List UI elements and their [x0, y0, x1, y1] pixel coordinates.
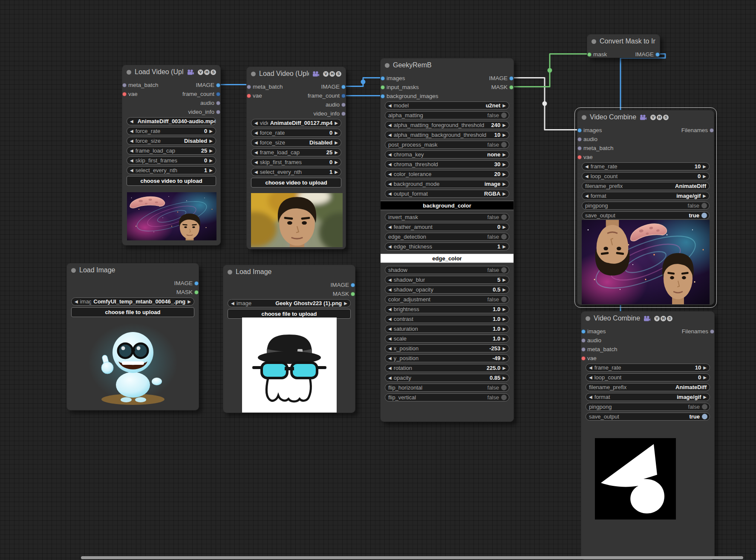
node-convert-mask-to-image[interactable]: Convert Mask to ImagemaskIMAGE	[587, 34, 660, 58]
input-slot-images[interactable]	[581, 329, 586, 334]
toggle-knob-icon[interactable]	[701, 203, 707, 208]
widget-frame_load_cap[interactable]: ◀frame_load_cap25▶	[127, 147, 216, 155]
decrement-arrow-icon[interactable]: ◀	[589, 366, 592, 370]
increment-arrow-icon[interactable]: ▶	[209, 139, 213, 143]
decrement-arrow-icon[interactable]: ◀	[589, 375, 592, 380]
toggle-knob-icon[interactable]	[501, 142, 507, 147]
node-geeky-remb[interactable]: GeekyRemBimagesIMAGEinput_masksMASKbackg…	[380, 58, 514, 422]
decrement-arrow-icon[interactable]: ◀	[254, 121, 258, 125]
toggle-knob-icon[interactable]	[702, 404, 707, 410]
increment-arrow-icon[interactable]: ▶	[703, 366, 707, 370]
collapse-dot-icon[interactable]	[251, 72, 256, 76]
widget-alpha_matting_background_threshold[interactable]: ◀alpha_matting_background_threshold10▶	[385, 131, 509, 139]
widget-pingpong[interactable]: pingpongfalse	[582, 202, 710, 210]
decrement-arrow-icon[interactable]: ◀	[589, 395, 592, 399]
decrement-arrow-icon[interactable]: ◀	[254, 131, 258, 135]
decrement-arrow-icon[interactable]: ◀	[254, 150, 258, 155]
input-slot-meta_batch[interactable]	[247, 85, 251, 89]
node-header-load-video-2[interactable]: Load Video (Upload)VHS	[247, 67, 346, 81]
output-slot-Filenames[interactable]	[710, 329, 714, 334]
widget-alpha_matting_foreground_threshold[interactable]: ◀alpha_matting_foreground_threshold240▶	[385, 121, 509, 129]
increment-arrow-icon[interactable]: ▶	[502, 162, 506, 167]
node-video-combine-1[interactable]: Video CombineVHSimagesFilenamesaudiometa…	[577, 110, 714, 305]
colorbar-widget-background_color[interactable]: background_color	[381, 201, 514, 210]
increment-arrow-icon[interactable]: ▶	[344, 301, 347, 306]
increment-arrow-icon[interactable]: ▶	[502, 366, 506, 370]
increment-arrow-icon[interactable]: ▶	[502, 376, 506, 380]
decrement-arrow-icon[interactable]: ◀	[388, 346, 392, 351]
increment-arrow-icon[interactable]: ▶	[502, 172, 506, 176]
node-load-video-1[interactable]: Load Video (Upload)VHSmeta_batchIMAGEvae…	[122, 65, 221, 245]
widget-save_output[interactable]: save_outputtrue	[586, 413, 710, 421]
input-slot-images[interactable]	[577, 128, 582, 133]
widget-skip_first_frames[interactable]: ◀skip_first_frames0▶	[251, 158, 341, 166]
widget-filename_prefix[interactable]: filename_prefixAnimateDiff	[582, 182, 710, 190]
increment-arrow-icon[interactable]: ▶	[335, 150, 338, 155]
increment-arrow-icon[interactable]: ▶	[209, 149, 213, 153]
widget-rotation[interactable]: ◀rotation225.0▶	[385, 364, 509, 372]
widget-edge_thickness[interactable]: ◀edge_thickness1▶	[385, 242, 509, 251]
increment-arrow-icon[interactable]: ▶	[502, 192, 506, 196]
widget-force_size[interactable]: ◀force_sizeDisabled▶	[251, 139, 341, 147]
decrement-arrow-icon[interactable]: ◀	[254, 170, 258, 174]
increment-arrow-icon[interactable]: ▶	[502, 153, 506, 157]
decrement-arrow-icon[interactable]: ◀	[585, 194, 589, 198]
widget-format[interactable]: ◀formatimage/gif▶	[586, 393, 710, 401]
increment-arrow-icon[interactable]: ▶	[335, 131, 338, 135]
widget-skip_first_frames[interactable]: ◀skip_first_frames0▶	[127, 156, 216, 165]
collapse-dot-icon[interactable]	[385, 63, 390, 68]
decrement-arrow-icon[interactable]: ◀	[388, 376, 392, 380]
input-slot-meta_batch[interactable]	[122, 83, 127, 87]
widget-force_size[interactable]: ◀force_sizeDisabled▶	[127, 137, 216, 145]
widget-flip_horizontal[interactable]: flip_horizontalfalse	[385, 384, 509, 392]
decrement-arrow-icon[interactable]: ◀	[130, 149, 133, 153]
collapse-dot-icon[interactable]	[127, 70, 131, 75]
decrement-arrow-icon[interactable]: ◀	[231, 301, 234, 306]
widget-force_rate[interactable]: ◀force_rate0▶	[127, 127, 216, 135]
decrement-arrow-icon[interactable]: ◀	[388, 225, 392, 229]
node-load-image-1[interactable]: Load ImageIMAGEMASK◀imageComfyUI_temp_mt…	[66, 263, 199, 410]
widget-save_output[interactable]: save_outputtrue	[582, 211, 710, 219]
output-slot-video_info[interactable]	[341, 112, 346, 116]
widget-select_every_nth[interactable]: ◀select_every_nth1▶	[251, 168, 341, 176]
decrement-arrow-icon[interactable]: ◀	[388, 366, 392, 370]
decrement-arrow-icon[interactable]: ◀	[388, 307, 392, 312]
decrement-arrow-icon[interactable]: ◀	[388, 172, 392, 176]
input-slot-mask[interactable]	[587, 52, 592, 57]
widget-chroma_threshold[interactable]: ◀chroma_threshold30▶	[385, 160, 509, 168]
node-header-load-image-1[interactable]: Load Image	[67, 263, 199, 277]
link-reroute-dot[interactable]	[361, 80, 366, 84]
widget-chroma_key[interactable]: ◀chroma_keynone▶	[385, 150, 509, 159]
increment-arrow-icon[interactable]: ▶	[502, 182, 506, 186]
increment-arrow-icon[interactable]: ▶	[502, 288, 506, 292]
input-slot-meta_batch[interactable]	[577, 146, 582, 150]
toggle-knob-icon[interactable]	[501, 395, 507, 400]
collapse-dot-icon[interactable]	[582, 115, 586, 120]
increment-arrow-icon[interactable]: ▶	[502, 104, 506, 108]
widget-shadow[interactable]: shadowfalse	[385, 266, 509, 274]
decrement-arrow-icon[interactable]: ◀	[388, 104, 392, 108]
input-slot-input_masks[interactable]	[381, 85, 385, 89]
output-slot-video_info[interactable]	[216, 110, 220, 114]
widget-scale[interactable]: ◀scale1.0▶	[385, 335, 509, 343]
widget-filename_prefix[interactable]: filename_prefixAnimateDiff	[586, 383, 710, 391]
collapse-dot-icon[interactable]	[586, 316, 590, 321]
increment-arrow-icon[interactable]: ▶	[502, 133, 506, 137]
decrement-arrow-icon[interactable]: ◀	[388, 288, 392, 292]
widget-invert_mask[interactable]: invert_maskfalse	[385, 213, 509, 221]
decrement-arrow-icon[interactable]: ◀	[75, 300, 78, 304]
decrement-arrow-icon[interactable]: ◀	[388, 123, 392, 127]
decrement-arrow-icon[interactable]: ◀	[388, 317, 392, 321]
increment-arrow-icon[interactable]: ▶	[703, 194, 706, 198]
choose-file-to-upload-button[interactable]: choose file to upload	[71, 307, 194, 317]
increment-arrow-icon[interactable]: ▶	[209, 168, 213, 173]
widget-post_process_mask[interactable]: post_process_maskfalse	[385, 141, 509, 149]
decrement-arrow-icon[interactable]: ◀	[388, 356, 392, 361]
widget-value[interactable]: ◀AnimateDiff_00340-audio.mp4▶	[127, 117, 216, 125]
output-slot-IMAGE[interactable]	[509, 76, 514, 81]
widget-output_format[interactable]: ◀output_formatRGBA▶	[385, 190, 509, 198]
output-slot-Filenames[interactable]	[710, 128, 714, 133]
decrement-arrow-icon[interactable]: ◀	[388, 133, 392, 137]
increment-arrow-icon[interactable]: ▶	[335, 160, 338, 165]
increment-arrow-icon[interactable]: ▶	[335, 141, 338, 145]
